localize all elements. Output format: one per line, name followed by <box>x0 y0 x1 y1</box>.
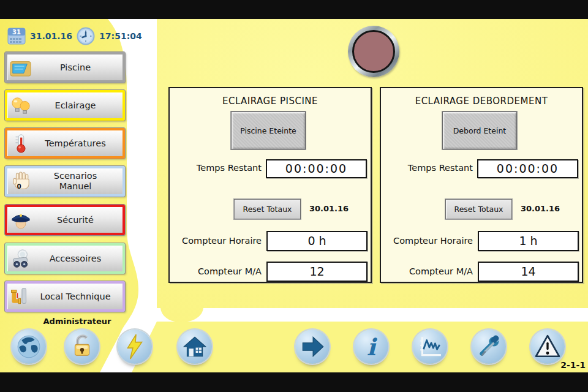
tools-icon <box>476 334 502 360</box>
compteur-ma-label: Compteur M/A <box>172 266 262 276</box>
trend-button[interactable] <box>413 330 447 364</box>
sidebar-item-temperatures[interactable]: Températures <box>5 128 125 159</box>
sidebar-item-label: Accessoires <box>34 254 123 264</box>
sidebar-item-scenarios-manuel[interactable]: 0 Scenarios Manuel <box>5 166 125 197</box>
reset-totaux-button[interactable]: Reset Totaux <box>445 199 512 219</box>
light-status-lamp <box>348 26 399 77</box>
thermometer-icon <box>7 131 34 156</box>
piscine-state-button[interactable]: Piscine Eteinte <box>231 111 306 149</box>
temps-restant-label: Temps Restant <box>383 163 473 173</box>
settings-button[interactable] <box>472 330 506 364</box>
temps-restant-field[interactable]: 00:00:00 <box>266 159 367 178</box>
sidebar-item-piscine[interactable]: Piscine <box>5 52 125 83</box>
temps-restant-field[interactable]: 00:00:00 <box>477 159 578 178</box>
alarm-button[interactable] <box>530 330 565 364</box>
lightning-icon <box>122 334 148 360</box>
compteur-horaire-label: Compteur Horaire <box>383 236 473 246</box>
hand-icon: 0 <box>7 169 34 194</box>
sidebar-item-label: Local Technique <box>34 292 123 302</box>
clock-icon <box>77 27 95 45</box>
temps-restant-label: Temps Restant <box>172 163 262 173</box>
compteur-horaire-field: 0 h <box>266 231 368 251</box>
svg-text:i: i <box>367 334 378 360</box>
bulbs-icon <box>7 93 34 118</box>
power-button[interactable] <box>118 330 152 364</box>
page-id: 2-1-1 <box>551 360 586 370</box>
date-text: 31.01.16 <box>30 31 72 41</box>
info-icon: i <box>358 334 384 360</box>
sidebar-item-eclairage[interactable]: Eclairage <box>5 90 125 121</box>
compteur-horaire-label: Compteur Horaire <box>172 236 262 246</box>
pipes-icon <box>7 284 34 309</box>
compteur-ma-field: 14 <box>478 262 579 282</box>
time-text: 17:51:04 <box>99 31 142 41</box>
robot-icon <box>7 246 34 271</box>
sidebar-item-label: Sécurité <box>34 215 123 225</box>
screen: 31 31.01.16 17:51:04 <box>0 19 588 372</box>
panel-title: ECLAIRAGE PISCINE <box>170 96 371 107</box>
calendar-icon: 31 <box>7 27 26 45</box>
warning-icon <box>535 334 560 360</box>
user-role-label: Administrateur <box>12 317 142 326</box>
svg-text:31: 31 <box>12 29 21 36</box>
info-button[interactable]: i <box>354 330 388 364</box>
sidebar-item-label: Températures <box>34 138 123 149</box>
debord-state-button[interactable]: Debord Eteint <box>442 111 517 149</box>
reset-date: 30.01.16 <box>521 204 560 213</box>
compteur-horaire-field: 1 h <box>478 231 579 251</box>
reset-totaux-button[interactable]: Reset Totaux <box>234 199 301 219</box>
sidebar-item-accessoires[interactable]: Accessoires <box>5 243 125 274</box>
police-icon <box>7 208 34 232</box>
trend-chart-icon <box>417 334 443 360</box>
globe-icon <box>16 334 42 360</box>
compteur-ma-label: Compteur M/A <box>383 266 473 276</box>
home-icon <box>182 334 208 360</box>
sidebar-item-label: Scenarios Manuel <box>34 171 123 191</box>
svg-text:0: 0 <box>17 183 21 190</box>
pool-icon <box>7 55 34 80</box>
lock-icon <box>69 334 95 360</box>
language-button[interactable] <box>12 330 46 364</box>
sidebar-item-local-technique[interactable]: Local Technique <box>5 281 125 312</box>
arrow-right-icon <box>300 334 325 360</box>
unlock-button[interactable] <box>65 330 99 364</box>
reset-date: 30.01.16 <box>309 204 349 213</box>
sidebar-item-securite[interactable]: Sécurité <box>5 205 125 235</box>
home-button[interactable] <box>178 330 212 364</box>
panel-title: ECLAIRAGE DEBORDEMENT <box>381 96 582 107</box>
datetime-display: 31 31.01.16 17:51:04 <box>7 27 142 45</box>
compteur-ma-field: 12 <box>266 262 368 282</box>
panel-eclairage-debordement: ECLAIRAGE DEBORDEMENT Debord Eteint Temp… <box>380 87 583 283</box>
light-status-lamp-core <box>352 30 395 73</box>
sidebar-item-label: Piscine <box>34 62 123 73</box>
panel-eclairage-piscine: ECLAIRAGE PISCINE Piscine Eteinte Temps … <box>168 87 372 283</box>
next-page-button[interactable] <box>295 330 330 364</box>
hmi-root: 31 31.01.16 17:51:04 <box>0 0 588 392</box>
sidebar-item-label: Eclairage <box>34 100 123 111</box>
